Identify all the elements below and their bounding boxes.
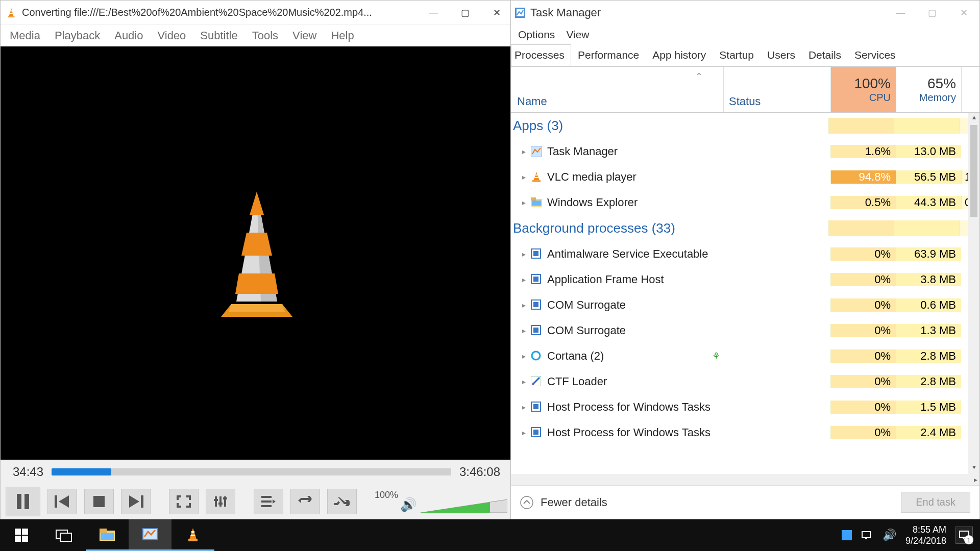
memory-cell: 44.3 MB bbox=[896, 196, 961, 209]
menu-subtitle[interactable]: Subtitle bbox=[200, 29, 237, 42]
fullscreen-button[interactable] bbox=[169, 489, 199, 514]
tab-details[interactable]: Details bbox=[802, 44, 848, 66]
start-button[interactable] bbox=[0, 519, 43, 551]
tm-tabs: Processes Performance App history Startu… bbox=[511, 44, 979, 67]
maximize-button[interactable]: ▢ bbox=[449, 1, 481, 25]
menu-video[interactable]: Video bbox=[157, 29, 186, 42]
process-row[interactable]: ▸Host Process for Windows Tasks 0% 2.4 M… bbox=[511, 420, 979, 445]
memory-cell: 1.5 MB bbox=[896, 400, 961, 414]
tab-users[interactable]: Users bbox=[761, 44, 802, 66]
network-icon[interactable] bbox=[861, 530, 873, 540]
vertical-scrollbar[interactable]: ▴ ▾ bbox=[968, 113, 979, 474]
process-row[interactable]: ▸COM Surrogate 0% 0.6 MB bbox=[511, 292, 979, 318]
process-group-header[interactable]: Background processes (33) bbox=[511, 215, 979, 241]
svg-rect-19 bbox=[219, 496, 222, 507]
menu-tools[interactable]: Tools bbox=[252, 29, 278, 42]
svg-rect-3 bbox=[10, 13, 13, 14]
taskbar-task-manager[interactable] bbox=[129, 519, 172, 551]
process-row[interactable]: ▸Task Manager 1.6% 13.0 MB bbox=[511, 139, 979, 164]
volume-slider[interactable] bbox=[421, 498, 507, 514]
scroll-up-icon[interactable]: ▴ bbox=[972, 113, 976, 124]
task-view-icon bbox=[56, 529, 73, 542]
leaf-icon: ⚘ bbox=[712, 350, 720, 362]
process-row[interactable]: ▸Windows Explorer 0.5% 44.3 MB 0. bbox=[511, 190, 979, 215]
shuffle-button[interactable] bbox=[327, 489, 357, 514]
stop-button[interactable] bbox=[84, 489, 114, 514]
process-row[interactable]: ▸Antimalware Service Executable 0% 63.9 … bbox=[511, 241, 979, 267]
tab-services[interactable]: Services bbox=[848, 44, 902, 66]
process-row[interactable]: ▸Application Frame Host 0% 3.8 MB bbox=[511, 267, 979, 292]
end-task-button[interactable]: End task bbox=[901, 492, 970, 513]
cpu-cell: 0% bbox=[830, 273, 896, 286]
tray-app-icon[interactable] bbox=[842, 530, 852, 540]
svg-marker-5 bbox=[229, 304, 285, 312]
tm-maximize-button[interactable]: ▢ bbox=[916, 1, 948, 25]
clock[interactable]: 8:55 AM 9/24/2018 bbox=[905, 524, 946, 546]
volume-icon[interactable]: 🔊 bbox=[883, 529, 896, 542]
menu-help[interactable]: Help bbox=[331, 29, 354, 42]
svg-rect-26 bbox=[261, 505, 272, 507]
fewer-details-link[interactable]: Fewer details bbox=[541, 496, 607, 509]
menu-media[interactable]: Media bbox=[10, 29, 40, 42]
menu-playback[interactable]: Playback bbox=[55, 29, 100, 42]
process-row[interactable]: ▸Cortana (2)⚘ 0% 2.8 MB bbox=[511, 343, 979, 369]
time-elapsed[interactable]: 34:43 bbox=[13, 465, 43, 479]
tab-app-history[interactable]: App history bbox=[646, 44, 713, 66]
action-center-button[interactable]: 1 bbox=[955, 527, 973, 544]
tm-minimize-button[interactable]: — bbox=[885, 1, 916, 25]
extended-settings-button[interactable] bbox=[206, 489, 235, 514]
cpu-cell: 0% bbox=[830, 247, 896, 261]
next-button[interactable] bbox=[121, 489, 151, 514]
col-cpu[interactable]: 100% CPU bbox=[830, 67, 896, 112]
taskbar-vlc[interactable] bbox=[172, 519, 214, 551]
col-extra[interactable] bbox=[961, 67, 979, 112]
menu-view[interactable]: View bbox=[292, 29, 316, 42]
time-total[interactable]: 3:46:08 bbox=[459, 465, 500, 479]
scroll-thumb[interactable] bbox=[970, 125, 977, 217]
process-row[interactable]: ▸VLC media player 94.8% 56.5 MB 1. bbox=[511, 164, 979, 190]
cpu-cell: 1.6% bbox=[830, 145, 896, 158]
stop-icon bbox=[93, 496, 105, 507]
playlist-button[interactable] bbox=[254, 489, 283, 514]
taskbar-explorer[interactable] bbox=[86, 519, 129, 551]
scroll-down-icon[interactable]: ▾ bbox=[972, 463, 976, 474]
tm-menu-view[interactable]: View bbox=[566, 29, 589, 41]
tab-startup[interactable]: Startup bbox=[713, 44, 761, 66]
horizontal-scrollbar[interactable]: ▸ bbox=[511, 474, 979, 485]
cpu-cell: 0% bbox=[830, 349, 896, 363]
minimize-button[interactable]: — bbox=[418, 1, 449, 25]
process-name: VLC media player bbox=[547, 170, 636, 184]
speaker-icon[interactable]: 🔊 bbox=[400, 497, 416, 513]
svg-rect-35 bbox=[535, 174, 538, 176]
tab-performance[interactable]: Performance bbox=[571, 44, 646, 66]
col-memory[interactable]: 65% Memory bbox=[896, 67, 961, 112]
svg-rect-11 bbox=[17, 494, 21, 509]
menu-audio[interactable]: Audio bbox=[114, 29, 143, 42]
fullscreen-icon bbox=[177, 495, 191, 508]
tm-close-button[interactable]: ✕ bbox=[948, 1, 979, 25]
seek-slider[interactable] bbox=[52, 468, 451, 475]
loop-button[interactable] bbox=[290, 489, 320, 514]
svg-rect-15 bbox=[93, 496, 105, 507]
svg-rect-64 bbox=[101, 533, 114, 540]
task-view-button[interactable] bbox=[43, 519, 86, 551]
video-area[interactable] bbox=[1, 46, 512, 460]
chevron-up-circle-icon[interactable] bbox=[520, 496, 533, 509]
process-row[interactable]: ▸COM Surrogate 0% 1.3 MB bbox=[511, 318, 979, 343]
tm-menu-options[interactable]: Options bbox=[518, 29, 555, 41]
pause-button[interactable] bbox=[6, 487, 40, 516]
tm-process-list[interactable]: Apps (3) ▸Task Manager 1.6% 13.0 MB ▸VLC… bbox=[511, 113, 979, 474]
close-button[interactable]: ✕ bbox=[481, 1, 512, 25]
col-name[interactable]: ⌃ Name bbox=[511, 67, 723, 112]
previous-button[interactable] bbox=[47, 489, 77, 514]
taskbar: 🔊 8:55 AM 9/24/2018 1 bbox=[0, 519, 980, 551]
scroll-right-icon[interactable]: ▸ bbox=[974, 475, 977, 484]
col-status[interactable]: Status bbox=[723, 67, 830, 112]
process-row[interactable]: ▸CTF Loader 0% 2.8 MB bbox=[511, 369, 979, 394]
process-icon bbox=[531, 325, 542, 336]
cpu-cell: 0% bbox=[830, 400, 896, 414]
tab-processes[interactable]: Processes bbox=[511, 44, 571, 66]
process-group-header[interactable]: Apps (3) bbox=[511, 113, 979, 139]
process-row[interactable]: ▸Host Process for Windows Tasks 0% 1.5 M… bbox=[511, 394, 979, 420]
tm-menubar: Options View bbox=[511, 25, 979, 44]
